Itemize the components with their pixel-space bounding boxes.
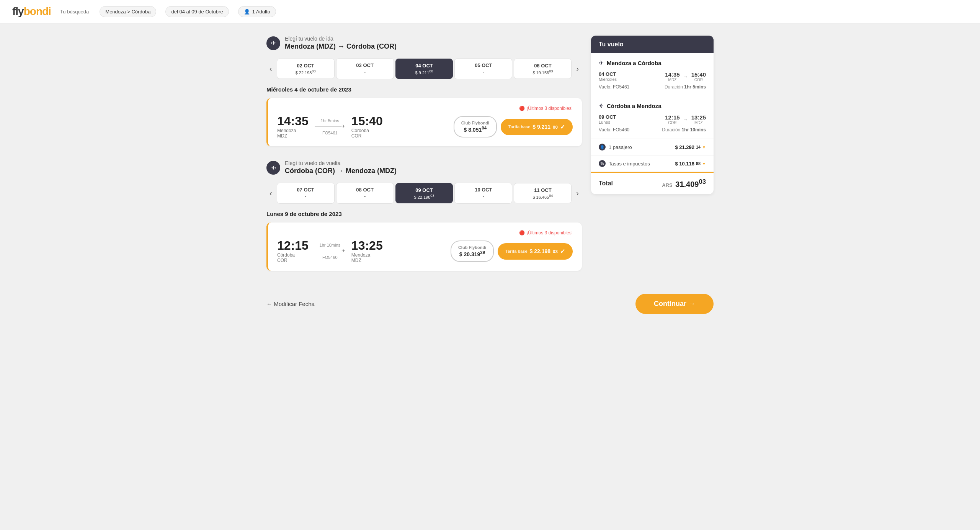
total-label: Total [599, 180, 613, 187]
return-arrive-city: Mendoza MDZ [351, 252, 383, 263]
bottom-bar: ← Modificar Fecha Continuar → [260, 288, 720, 329]
return-times: 12:15 Córdoba COR 1hr 10mins ✈ FO5460 [277, 239, 383, 263]
return-base-btn[interactable]: Tarifa base $ 22.19803 ✓ [498, 243, 573, 260]
return-arrive: 13:25 Mendoza MDZ [351, 239, 383, 263]
outbound-check-icon: ✓ [560, 123, 565, 131]
outbound-date-0[interactable]: 02 OCT $ 22.19803 [277, 59, 335, 79]
person-icon: 👤 [599, 144, 606, 150]
return-title: Elegí tu vuelo de vuelta Córdoba (COR) →… [285, 160, 397, 175]
sidebar-outbound-arrow-icon: → [683, 74, 688, 80]
my-flight-summary: Tu vuelo ✈ Mendoza a Córdoba 04 OCT Miér… [591, 36, 714, 194]
sidebar-return-times: 12:15 COR → 13:25 MDZ [665, 114, 706, 125]
sidebar-passengers-label: 👤 1 pasajero [599, 144, 632, 150]
return-depart-city: Córdoba COR [277, 252, 309, 263]
sidebar-passengers-row: 👤 1 pasajero $ 21.29214 ▼ [591, 139, 714, 155]
outbound-date-3[interactable]: 05 OCT - [454, 58, 512, 79]
outbound-arrive-city: Córdoba COR [351, 128, 383, 139]
return-plane-icon: ✈ [266, 161, 280, 175]
main-content: ✈ Elegí tu vuelo de ida Mendoza (MDZ) → … [260, 23, 720, 288]
outbound-arrive: 15:40 Córdoba COR [351, 115, 383, 139]
return-next-btn[interactable]: › [573, 187, 582, 199]
brand-logo: flybondi [12, 5, 51, 18]
outbound-title-small: Elegí tu vuelo de ida Mendoza (MDZ) → Có… [285, 36, 397, 51]
outbound-duration: 1hr 5mins ✈ FO5461 [315, 118, 345, 135]
outbound-base-btn[interactable]: Tarifa base $ 9.21100 ✓ [501, 119, 573, 135]
taxes-icon: % [599, 160, 606, 167]
right-panel: Tu vuelo ✈ Mendoza a Córdoba 04 OCT Miér… [591, 36, 714, 275]
sidebar-passengers-price: $ 21.29214 ▼ [675, 144, 706, 150]
modify-date-button[interactable]: ← Modificar Fecha [266, 301, 315, 307]
return-alert-icon: 🔴 [519, 230, 525, 236]
sidebar-taxes-label: % Tasas e impuestos [599, 160, 650, 167]
sidebar-taxes-price: $ 10.11688 ▼ [675, 161, 706, 167]
outbound-alert: 🔴 ¡Últimos 3 disponibles! [277, 106, 573, 111]
return-date-4[interactable]: 11 OCT $ 16.46504 [514, 183, 572, 204]
continue-button[interactable]: Continuar → [635, 294, 714, 314]
sidebar-outbound-icon: ✈ [599, 59, 604, 67]
sidebar-outbound-route: ✈ Mendoza a Córdoba [599, 59, 706, 67]
outbound-date-nav: ‹ 02 OCT $ 22.19803 03 OCT - 04 OCT $ 9.… [266, 58, 582, 79]
taxes-chevron-icon[interactable]: ▼ [702, 162, 706, 166]
sidebar-outbound-times: 14:35 MDZ → 15:40 COR [665, 71, 706, 82]
sidebar-return-date-block: 09 OCT Lunes [599, 114, 616, 124]
return-date-nav: ‹ 07 OCT - 08 OCT - 09 OCT $ 22.19803 10… [266, 183, 582, 204]
return-alert: 🔴 ¡Últimos 3 disponibles! [277, 230, 573, 236]
outbound-date-1[interactable]: 03 OCT - [336, 58, 394, 79]
outbound-header: ✈ Elegí tu vuelo de ida Mendoza (MDZ) → … [266, 36, 582, 51]
outbound-club-btn[interactable]: Club Flybondi $ 8.05104 [454, 116, 497, 137]
sidebar-outbound-date-block: 04 OCT Miércoles [599, 71, 617, 82]
return-duration-plane-icon: ✈ [341, 248, 345, 254]
sidebar-return-flight-row: Vuelo: FO5460 Duración 1hr 10mins [599, 127, 706, 132]
passenger-icon: 👤 [244, 9, 250, 15]
outbound-depart: 14:35 Mendoza MDZ [277, 115, 309, 139]
left-panel: ✈ Elegí tu vuelo de ida Mendoza (MDZ) → … [266, 36, 582, 275]
sidebar-return-route: ✈ Córdoba a Mendoza [599, 102, 706, 110]
return-date-1[interactable]: 08 OCT - [336, 183, 394, 204]
outbound-fare-buttons: Club Flybondi $ 8.05104 Tarifa base $ 9.… [454, 116, 573, 137]
sidebar-total-row: Total ARS 31.40903 [591, 172, 714, 194]
sidebar-return-segment: ✈ Córdoba a Mendoza 09 OCT Lunes 12:15 C… [591, 96, 714, 139]
return-flight-info: 12:15 Córdoba COR 1hr 10mins ✈ FO5460 [277, 239, 573, 263]
route-pill[interactable]: Mendoza > Córdoba [100, 6, 156, 17]
outbound-depart-city: Mendoza MDZ [277, 128, 309, 139]
sidebar-return-icon: ✈ [599, 102, 604, 110]
alert-icon: 🔴 [519, 106, 525, 111]
sidebar-return-arrow-icon: → [683, 116, 688, 123]
return-header: ✈ Elegí tu vuelo de vuelta Córdoba (COR)… [266, 160, 582, 175]
return-fare-buttons: Club Flybondi $ 20.31929 Tarifa base $ 2… [451, 240, 573, 262]
outbound-date-2[interactable]: 04 OCT $ 9.21100 [395, 59, 453, 79]
outbound-next-btn[interactable]: › [573, 63, 582, 75]
return-day-label: Lunes 9 de octubre de 2023 [266, 211, 582, 217]
return-date-2[interactable]: 09 OCT $ 22.19803 [395, 183, 453, 204]
return-check-icon: ✓ [560, 248, 565, 255]
return-flight-card: 🔴 ¡Últimos 3 disponibles! 12:15 Córdoba … [266, 222, 582, 271]
outbound-prev-btn[interactable]: ‹ [266, 63, 275, 75]
passengers-pill[interactable]: 👤 1 Adulto [238, 6, 276, 17]
outbound-day-label: Miércoles 4 de octubre de 2023 [266, 86, 582, 93]
sidebar-outbound-flight-row: Vuelo: FO5461 Duración 1hr 5mins [599, 84, 706, 90]
my-flight-header: Tu vuelo [591, 36, 714, 53]
outbound-plane-icon: ✈ [266, 36, 280, 50]
return-duration: 1hr 10mins ✈ FO5460 [315, 243, 345, 260]
duration-plane-icon: ✈ [341, 124, 345, 129]
total-amount: ARS 31.40903 [662, 178, 706, 189]
outbound-date-4[interactable]: 06 OCT $ 19.15603 [514, 59, 572, 79]
passengers-chevron-icon[interactable]: ▼ [702, 145, 706, 149]
return-title-text: Elegí tu vuelo de vuelta Córdoba (COR) →… [285, 160, 397, 175]
return-depart: 12:15 Córdoba COR [277, 239, 309, 263]
return-prev-btn[interactable]: ‹ [266, 187, 275, 199]
outbound-title: Elegí tu vuelo de ida Mendoza (MDZ) → Có… [285, 36, 397, 51]
outbound-flight-info: 14:35 Mendoza MDZ 1hr 5mins ✈ FO5461 [277, 115, 573, 139]
sidebar-outbound-segment: ✈ Mendoza a Córdoba 04 OCT Miércoles 14:… [591, 53, 714, 96]
sidebar-taxes-row: % Tasas e impuestos $ 10.11688 ▼ [591, 155, 714, 172]
dates-pill[interactable]: del 04 al 09 de Octubre [165, 6, 229, 17]
return-date-3[interactable]: 10 OCT - [454, 183, 512, 204]
outbound-times: 14:35 Mendoza MDZ 1hr 5mins ✈ FO5461 [277, 115, 383, 139]
outbound-flight-card: 🔴 ¡Últimos 3 disponibles! 14:35 Mendoza … [266, 98, 582, 146]
top-header: flybondi Tu búsqueda Mendoza > Córdoba d… [0, 0, 980, 23]
search-label: Tu búsqueda [60, 9, 89, 15]
return-date-0[interactable]: 07 OCT - [277, 183, 335, 204]
return-club-btn[interactable]: Club Flybondi $ 20.31929 [451, 240, 494, 262]
